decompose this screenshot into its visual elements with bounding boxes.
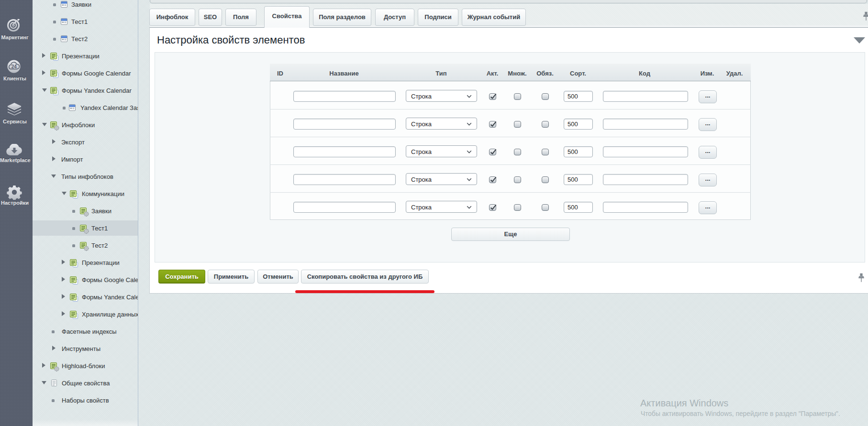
svg-text:24: 24: [11, 64, 17, 69]
